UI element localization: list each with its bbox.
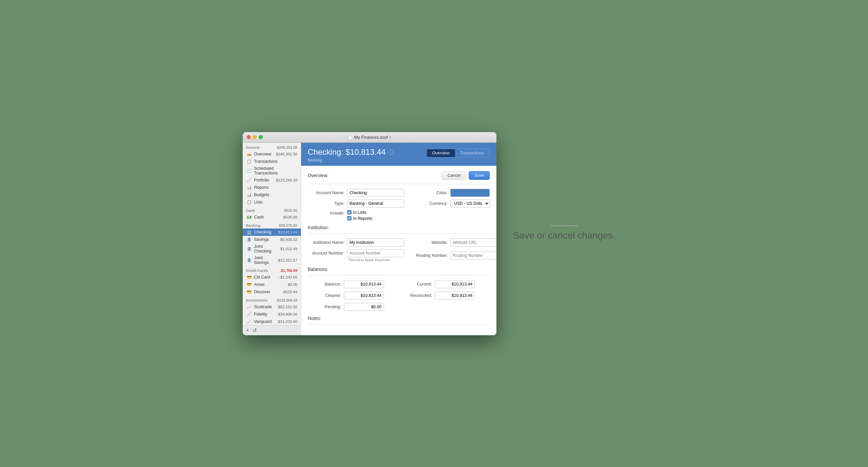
type-input[interactable] [347, 199, 404, 207]
header-tabs: Overview Transactions [426, 149, 489, 158]
reconciled-label: Reconciled: [405, 293, 432, 298]
pending-input[interactable] [344, 303, 384, 311]
balance-input[interactable] [344, 280, 384, 288]
cancel-button[interactable]: Cancel [442, 171, 466, 180]
sidebar-item-budgets[interactable]: 📊 Budgets [243, 191, 301, 198]
cash-icon: 💵 [247, 214, 252, 220]
annotation-text: Save or cancel changes. [513, 230, 616, 241]
info-icon[interactable]: i [388, 149, 394, 155]
sidebar-item-reports[interactable]: 📊 Reports [243, 184, 301, 191]
lists-icon: 📋 [247, 199, 252, 205]
include-row: Include: In Lists In Reports [308, 210, 490, 221]
sidebar-item-overview[interactable]: 🥧 Overview $245,351.50 [243, 151, 301, 158]
in-lists-label: In Lists [353, 210, 367, 215]
account-name-label: Account Name: [308, 191, 344, 195]
reconciled-row: Reconciled: [405, 292, 483, 300]
sidebar: General $245,351.50 🥧 Overview $245,351.… [243, 143, 301, 335]
refresh-button[interactable]: ↺ [252, 327, 257, 334]
amex-icon: 💳 [247, 282, 252, 287]
in-lists-checkbox[interactable] [347, 210, 351, 214]
website-label: Website: [411, 240, 448, 245]
titlebar: 📄 My Finances.scsf ▾ [243, 132, 496, 143]
in-reports-checkbox[interactable] [347, 216, 351, 221]
current-input[interactable] [435, 280, 475, 288]
institution-name-input[interactable] [347, 238, 404, 246]
institution-title: Institution: [308, 225, 329, 230]
sidebar-item-transactions[interactable]: 📋 Transactions [243, 158, 301, 165]
account-title-area: Checking: $10,813.44 i Banking [308, 147, 394, 162]
top-bar-buttons: Cancel Save [442, 171, 489, 180]
currency-wrapper: USD - US Dollar [451, 199, 490, 207]
tab-overview[interactable]: Overview [427, 149, 455, 157]
traffic-lights [247, 135, 263, 139]
scheduled-icon: 🕐 [247, 168, 252, 173]
overview-section-title: Overview: [308, 173, 329, 178]
sidebar-item-joint-checking[interactable]: 🏦 Joint Checking $1,010.49 [243, 243, 301, 255]
sidebar-item-vanguard[interactable]: 📈 Vanguard $31,202.60 [243, 318, 301, 325]
color-label: Color: [411, 191, 448, 195]
close-button[interactable] [247, 135, 251, 139]
current-label: Current: [405, 282, 432, 287]
sidebar-item-savings[interactable]: 🏦 Savings $5,430.22 [243, 236, 301, 243]
institution-header: Institution: [308, 225, 490, 230]
institution-section: Institution: Institution Name: Website: [308, 225, 490, 262]
balances-header: Balances: [308, 267, 490, 272]
fidelity-icon: 📈 [247, 311, 252, 317]
dropdown-chevron[interactable]: ▾ [389, 135, 391, 139]
balances-section: Balances: Balance: Current: [308, 267, 490, 311]
add-account-button[interactable]: + [246, 327, 249, 333]
notes-title: Notes: [308, 315, 321, 321]
account-number-row: Account Number: [308, 249, 404, 257]
account-name-input[interactable] [347, 189, 404, 197]
reconciled-input[interactable] [435, 292, 475, 300]
maximize-button[interactable] [259, 135, 263, 139]
window-title: 📄 My Finances.scsf ▾ [348, 135, 391, 140]
checking-icon: 🏦 [247, 230, 252, 235]
cleared-label: Cleared: [314, 293, 341, 298]
account-header: Checking: $10,813.44 i Banking Overview … [301, 143, 496, 166]
routing-number-input[interactable] [451, 252, 496, 260]
account-number-input[interactable] [347, 249, 404, 257]
sidebar-item-lists[interactable]: 📋 Lists [243, 198, 301, 206]
sidebar-section-cash: Cash $525.00 [243, 206, 301, 213]
sidebar-item-joint-savings[interactable]: 🏦 Joint Savings $12,321.67 [243, 255, 301, 266]
joint-savings-icon: 🏦 [247, 258, 252, 263]
discover-icon: 💳 [247, 289, 252, 295]
sidebar-item-scheduled[interactable]: 🕐 Scheduled Transactions [243, 165, 301, 176]
account-title: Checking: $10,813.44 i [308, 147, 394, 157]
routing-number-label: Routing Number: [411, 253, 448, 258]
sidebar-item-discover[interactable]: 💳 Discover -$523.44 [243, 288, 301, 296]
color-picker-button[interactable] [451, 189, 490, 197]
sidebar-item-amex[interactable]: 💳 Amex $0.00 [243, 281, 301, 288]
include-label: Include: [308, 210, 344, 215]
account-number-label: Account Number: [308, 251, 344, 256]
in-reports-row: In Reports [347, 216, 373, 221]
annotation-line [551, 226, 578, 226]
save-button[interactable]: Save [469, 171, 490, 180]
minimize-button[interactable] [253, 135, 257, 139]
currency-select[interactable]: USD - US Dollar [451, 199, 490, 207]
account-name-row: Account Name: [308, 189, 404, 197]
institution-name-label: Institution Name: [308, 240, 344, 245]
overview-icon: 🥧 [247, 152, 252, 157]
website-input[interactable] [451, 238, 496, 246]
sidebar-item-scottrade[interactable]: 📈 Scottrade $62,151.50 [243, 303, 301, 310]
sidebar-item-checking[interactable]: 🏦 Checking $10,813.44 [243, 229, 301, 236]
sidebar-section-credit: Credit Cards -$1,766.09 [243, 266, 301, 273]
tab-transactions[interactable]: Transactions [455, 149, 489, 157]
sidebar-item-citi[interactable]: 💳 Citi Card -$1,242.65 [243, 273, 301, 281]
sidebar-item-cash[interactable]: 💵 Cash $525.00 [243, 213, 301, 221]
cleared-input[interactable] [344, 292, 384, 300]
sidebar-item-fidelity[interactable]: 📈 Fidelity $39,906.00 [243, 310, 301, 318]
type-row: Type: [308, 199, 404, 207]
keychain-note: *Stored in Apple Keychain [348, 258, 404, 262]
balance-row: Balance: [314, 280, 392, 288]
savings-icon: 🏦 [247, 237, 252, 242]
color-row: Color: [411, 189, 490, 197]
title-label: My Finances.scsf [354, 135, 388, 140]
sidebar-item-portfolio[interactable]: 📈 Portfolio $133,260.10 [243, 176, 301, 184]
balance-label: Balance: [314, 282, 341, 287]
notes-section: Notes: [308, 315, 490, 325]
transactions-icon: 📋 [247, 159, 252, 164]
citi-icon: 💳 [247, 274, 252, 280]
